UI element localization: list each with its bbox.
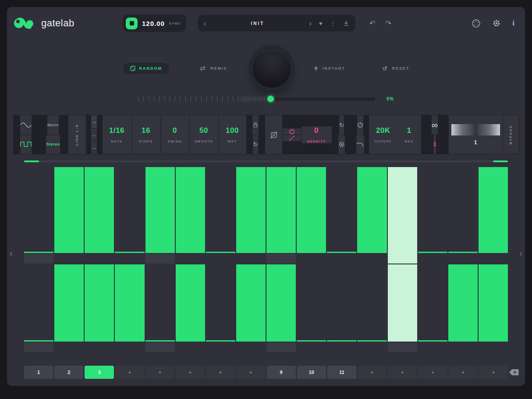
texture-fade-out-icon[interactable]	[477, 124, 500, 135]
filter-power-button[interactable]	[357, 115, 363, 135]
step-15-row-2[interactable]	[448, 264, 478, 352]
sync-label[interactable]: SYNC	[169, 21, 181, 25]
step-footer[interactable]	[54, 342, 84, 352]
density-dice-button[interactable]	[283, 135, 301, 141]
pattern-slot-8[interactable]: +	[236, 366, 265, 379]
settings-gear-icon[interactable]	[493, 19, 500, 27]
direction-backward-button[interactable]: ←	[91, 128, 97, 141]
loop-range-bar[interactable]	[24, 160, 508, 162]
step-footer[interactable]	[448, 254, 478, 264]
step-14-row-1[interactable]	[418, 167, 447, 264]
play-stop-button[interactable]	[126, 18, 138, 29]
step-footer[interactable]	[115, 342, 144, 352]
remix-button[interactable]: REMIX	[199, 65, 227, 71]
step-footer[interactable]	[24, 254, 53, 264]
loop-start-handle[interactable]	[24, 160, 39, 162]
amount-track[interactable]	[275, 97, 375, 101]
square-wave-button[interactable]	[20, 135, 32, 154]
step-footer[interactable]	[145, 254, 175, 264]
instant-button[interactable]: INSTANT	[314, 65, 345, 71]
pattern-slot-14[interactable]: +	[418, 366, 447, 379]
step-footer[interactable]	[297, 342, 326, 352]
step-footer[interactable]	[24, 342, 53, 352]
filter-curve-button[interactable]	[356, 135, 364, 154]
step-footer[interactable]	[388, 342, 417, 352]
pattern-slot-13[interactable]: +	[388, 366, 417, 379]
step-footer[interactable]	[448, 342, 478, 352]
save-preset-icon[interactable]	[343, 20, 349, 26]
step-footer[interactable]	[418, 342, 447, 352]
step-footer[interactable]	[54, 254, 84, 264]
amount-scale-fine[interactable]	[241, 96, 266, 101]
loop-end-handle[interactable]	[493, 160, 508, 162]
step-12-row-2[interactable]	[357, 264, 387, 352]
pattern-slot-16[interactable]: +	[479, 366, 508, 379]
pattern-slot-15[interactable]: +	[449, 366, 478, 379]
link-lr-button[interactable]: LINK L-R	[75, 124, 79, 146]
step-6-row-2[interactable]	[176, 264, 205, 352]
reset-button[interactable]: ↺ RESET	[382, 65, 410, 72]
swing-control[interactable]: 0 SWING	[161, 115, 189, 154]
midi-settings-icon[interactable]	[472, 19, 480, 28]
pattern-slot-3[interactable]: 3	[85, 366, 113, 379]
pattern-slot-11[interactable]: 11	[327, 366, 356, 379]
randomize-knob[interactable]	[252, 49, 291, 88]
step-16-row-2[interactable]	[479, 264, 508, 352]
step-footer[interactable]	[236, 342, 266, 352]
step-footer[interactable]	[176, 254, 205, 264]
infinity-button[interactable]: ∞	[432, 115, 438, 135]
lock-button[interactable]	[252, 115, 259, 135]
step-footer[interactable]	[206, 254, 235, 264]
step-footer[interactable]	[266, 254, 296, 264]
step-8-row-2[interactable]	[236, 264, 266, 352]
direction-forward-button[interactable]: →	[91, 115, 97, 128]
bypass-button[interactable]: BYPASS	[509, 125, 513, 144]
info-icon[interactable]: i	[513, 19, 514, 27]
step-13-row-1[interactable]	[388, 167, 417, 264]
step-15-row-1[interactable]	[448, 167, 478, 264]
step-4-row-2[interactable]	[115, 264, 144, 352]
step-1-row-2[interactable]	[24, 264, 53, 352]
step-6-row-1[interactable]	[176, 167, 205, 264]
pattern-slot-5[interactable]: +	[145, 366, 174, 379]
gear-small-button[interactable]	[338, 135, 345, 154]
step-3-row-1[interactable]	[85, 167, 114, 264]
undo-button[interactable]: ↶	[369, 19, 376, 28]
dice-off-button[interactable]	[270, 131, 278, 139]
res-control[interactable]: 1 RES	[397, 126, 421, 143]
pattern-slot-10[interactable]: 10	[297, 366, 326, 379]
density-power-button[interactable]	[283, 128, 301, 135]
step-2-row-2[interactable]	[54, 264, 84, 352]
bpm-value[interactable]: 120.00	[142, 20, 165, 27]
pattern-slot-6[interactable]: +	[176, 366, 205, 379]
direction-pingpong-button[interactable]: ↔	[91, 141, 97, 154]
step-12-row-1[interactable]	[357, 167, 387, 264]
step-footer[interactable]	[357, 342, 387, 352]
density-control[interactable]: 0 DENSITY	[301, 126, 332, 143]
step-footer[interactable]	[206, 342, 235, 352]
step-14-row-2[interactable]	[418, 264, 447, 352]
cycle-button[interactable]: ↻	[253, 135, 258, 154]
pattern-slot-7[interactable]: +	[206, 366, 235, 379]
step-3-row-2[interactable]	[85, 264, 114, 352]
preset-name[interactable]: INIT	[206, 21, 309, 26]
preset-next-button[interactable]: ›	[309, 20, 312, 27]
wet-control[interactable]: 100 WET	[219, 115, 246, 154]
step-7-row-1[interactable]	[206, 167, 235, 264]
step-16-row-1[interactable]	[479, 167, 508, 264]
cutoff-control[interactable]: 20K CUTOFF	[369, 126, 397, 143]
step-footer[interactable]	[479, 342, 508, 352]
step-footer[interactable]	[479, 254, 508, 264]
smooth-control[interactable]: 50 SMOOTH	[190, 115, 218, 154]
pattern-slot-12[interactable]: +	[358, 366, 387, 379]
amount-handle[interactable]	[267, 96, 274, 102]
pattern-slot-1[interactable]: 1	[24, 366, 53, 379]
random-button[interactable]: RANDOM	[122, 62, 170, 75]
mono-button[interactable]: Mono	[47, 115, 59, 135]
texture-fade-in-icon[interactable]	[451, 124, 475, 135]
sine-wave-button[interactable]	[20, 115, 32, 135]
step-11-row-1[interactable]	[327, 167, 356, 264]
preset-menu-icon[interactable]: ⋮	[330, 20, 336, 27]
step-5-row-1[interactable]	[145, 167, 175, 264]
favorite-icon[interactable]: ♥	[319, 20, 323, 27]
